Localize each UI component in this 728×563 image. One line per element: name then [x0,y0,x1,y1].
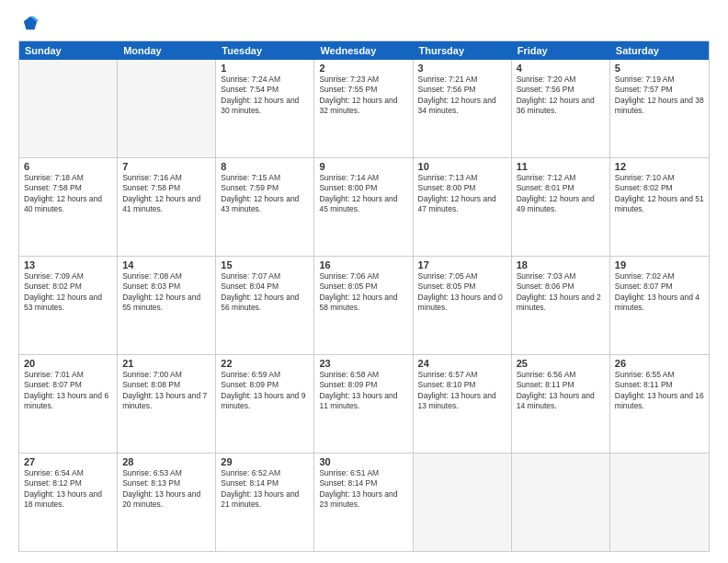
day-header-thursday: Thursday [414,41,512,60]
cell-day-number: 25 [517,358,605,369]
header [18,15,710,31]
cell-info: Sunrise: 7:16 AM Sunset: 7:58 PM Dayligh… [122,173,210,215]
cell-day-number: 30 [319,456,407,467]
cell-day-number: 9 [319,161,407,172]
cell-info: Sunrise: 7:08 AM Sunset: 8:03 PM Dayligh… [122,271,210,314]
calendar-cell-4: 4Sunrise: 7:20 AM Sunset: 7:56 PM Daylig… [512,60,610,157]
cell-day-number: 8 [221,161,309,172]
calendar-cell-empty [118,60,216,157]
cell-info: Sunrise: 7:10 AM Sunset: 8:02 PM Dayligh… [615,173,704,215]
cell-info: Sunrise: 6:55 AM Sunset: 8:11 PM Dayligh… [615,370,704,412]
calendar-cell-1: 1Sunrise: 7:24 AM Sunset: 7:54 PM Daylig… [216,60,314,157]
logo-icon [22,15,39,31]
cell-info: Sunrise: 6:57 AM Sunset: 8:10 PM Dayligh… [418,370,506,412]
cell-info: Sunrise: 7:15 AM Sunset: 7:59 PM Dayligh… [221,173,309,215]
calendar-row-5: 27Sunrise: 6:54 AM Sunset: 8:12 PM Dayli… [19,453,709,551]
cell-day-number: 23 [319,358,407,369]
calendar-cell-8: 8Sunrise: 7:15 AM Sunset: 7:59 PM Daylig… [216,158,314,256]
day-header-sunday: Sunday [19,41,118,60]
cell-day-number: 6 [24,161,112,172]
calendar-row-3: 13Sunrise: 7:09 AM Sunset: 8:02 PM Dayli… [19,256,709,354]
cell-day-number: 22 [221,358,309,369]
calendar-cell-empty [19,60,118,157]
cell-info: Sunrise: 6:52 AM Sunset: 8:14 PM Dayligh… [221,468,309,511]
day-header-saturday: Saturday [610,41,709,60]
cell-day-number: 14 [122,259,210,270]
day-header-tuesday: Tuesday [216,41,314,60]
cell-day-number: 10 [418,161,506,172]
cell-info: Sunrise: 6:54 AM Sunset: 8:12 PM Dayligh… [24,468,112,511]
cell-day-number: 15 [221,259,309,270]
calendar-cell-25: 25Sunrise: 6:56 AM Sunset: 8:11 PM Dayli… [512,355,610,453]
cell-day-number: 24 [418,358,506,369]
calendar-header: SundayMondayTuesdayWednesdayThursdayFrid… [19,41,709,60]
calendar-cell-14: 14Sunrise: 7:08 AM Sunset: 8:03 PM Dayli… [118,257,216,354]
cell-day-number: 18 [517,259,605,270]
cell-info: Sunrise: 7:19 AM Sunset: 7:57 PM Dayligh… [615,75,704,117]
cell-info: Sunrise: 7:02 AM Sunset: 8:07 PM Dayligh… [615,271,704,314]
cell-day-number: 3 [418,63,506,74]
cell-day-number: 1 [221,63,309,74]
calendar-cell-2: 2Sunrise: 7:23 AM Sunset: 7:55 PM Daylig… [314,60,413,157]
calendar-cell-9: 9Sunrise: 7:14 AM Sunset: 8:00 PM Daylig… [314,158,413,256]
cell-info: Sunrise: 7:00 AM Sunset: 8:08 PM Dayligh… [122,370,210,412]
calendar: SundayMondayTuesdayWednesdayThursdayFrid… [18,40,710,552]
cell-info: Sunrise: 6:53 AM Sunset: 8:13 PM Dayligh… [122,468,210,511]
cell-day-number: 17 [418,259,506,270]
calendar-cell-13: 13Sunrise: 7:09 AM Sunset: 8:02 PM Dayli… [19,257,118,354]
day-header-wednesday: Wednesday [314,41,413,60]
cell-day-number: 11 [517,161,605,172]
cell-day-number: 4 [517,63,605,74]
cell-info: Sunrise: 6:51 AM Sunset: 8:14 PM Dayligh… [319,468,407,511]
calendar-cell-empty [512,454,610,551]
calendar-cell-29: 29Sunrise: 6:52 AM Sunset: 8:14 PM Dayli… [216,454,314,551]
calendar-body: 1Sunrise: 7:24 AM Sunset: 7:54 PM Daylig… [19,60,709,551]
cell-day-number: 28 [122,456,210,467]
calendar-cell-10: 10Sunrise: 7:13 AM Sunset: 8:00 PM Dayli… [414,158,512,256]
cell-day-number: 13 [24,259,112,270]
cell-info: Sunrise: 7:06 AM Sunset: 8:05 PM Dayligh… [319,271,407,314]
cell-info: Sunrise: 7:20 AM Sunset: 7:56 PM Dayligh… [517,75,605,117]
cell-info: Sunrise: 7:07 AM Sunset: 8:04 PM Dayligh… [221,271,309,314]
cell-info: Sunrise: 7:01 AM Sunset: 8:07 PM Dayligh… [24,370,112,412]
cell-info: Sunrise: 7:03 AM Sunset: 8:06 PM Dayligh… [517,271,605,314]
calendar-cell-28: 28Sunrise: 6:53 AM Sunset: 8:13 PM Dayli… [118,454,216,551]
calendar-row-2: 6Sunrise: 7:18 AM Sunset: 7:58 PM Daylig… [19,157,709,256]
cell-info: Sunrise: 7:13 AM Sunset: 8:00 PM Dayligh… [418,173,506,215]
cell-day-number: 26 [615,358,704,369]
cell-info: Sunrise: 7:09 AM Sunset: 8:02 PM Dayligh… [24,271,112,314]
calendar-cell-26: 26Sunrise: 6:55 AM Sunset: 8:11 PM Dayli… [610,355,709,453]
calendar-row-1: 1Sunrise: 7:24 AM Sunset: 7:54 PM Daylig… [19,60,709,157]
cell-day-number: 12 [615,161,704,172]
cell-info: Sunrise: 7:23 AM Sunset: 7:55 PM Dayligh… [319,75,407,117]
cell-day-number: 20 [24,358,112,369]
cell-day-number: 27 [24,456,112,467]
calendar-cell-12: 12Sunrise: 7:10 AM Sunset: 8:02 PM Dayli… [610,158,709,256]
cell-info: Sunrise: 6:56 AM Sunset: 8:11 PM Dayligh… [517,370,605,412]
cell-info: Sunrise: 7:05 AM Sunset: 8:05 PM Dayligh… [418,271,506,314]
calendar-row-4: 20Sunrise: 7:01 AM Sunset: 8:07 PM Dayli… [19,354,709,453]
day-header-friday: Friday [512,41,610,60]
cell-day-number: 19 [615,259,704,270]
calendar-cell-empty [610,454,709,551]
cell-day-number: 5 [615,63,704,74]
calendar-cell-16: 16Sunrise: 7:06 AM Sunset: 8:05 PM Dayli… [314,257,413,354]
calendar-cell-11: 11Sunrise: 7:12 AM Sunset: 8:01 PM Dayli… [512,158,610,256]
cell-day-number: 2 [319,63,407,74]
calendar-cell-27: 27Sunrise: 6:54 AM Sunset: 8:12 PM Dayli… [19,454,118,551]
calendar-cell-empty [414,454,512,551]
calendar-cell-17: 17Sunrise: 7:05 AM Sunset: 8:05 PM Dayli… [414,257,512,354]
day-header-monday: Monday [118,41,216,60]
calendar-cell-6: 6Sunrise: 7:18 AM Sunset: 7:58 PM Daylig… [19,158,118,256]
calendar-cell-21: 21Sunrise: 7:00 AM Sunset: 8:08 PM Dayli… [118,355,216,453]
calendar-cell-19: 19Sunrise: 7:02 AM Sunset: 8:07 PM Dayli… [610,257,709,354]
cell-info: Sunrise: 7:12 AM Sunset: 8:01 PM Dayligh… [517,173,605,215]
cell-info: Sunrise: 7:18 AM Sunset: 7:58 PM Dayligh… [24,173,112,215]
calendar-cell-30: 30Sunrise: 6:51 AM Sunset: 8:14 PM Dayli… [314,454,413,551]
calendar-cell-23: 23Sunrise: 6:58 AM Sunset: 8:09 PM Dayli… [314,355,413,453]
calendar-cell-22: 22Sunrise: 6:59 AM Sunset: 8:09 PM Dayli… [216,355,314,453]
cell-info: Sunrise: 6:58 AM Sunset: 8:09 PM Dayligh… [319,370,407,412]
cell-day-number: 29 [221,456,309,467]
cell-day-number: 16 [319,259,407,270]
calendar-cell-15: 15Sunrise: 7:07 AM Sunset: 8:04 PM Dayli… [216,257,314,354]
